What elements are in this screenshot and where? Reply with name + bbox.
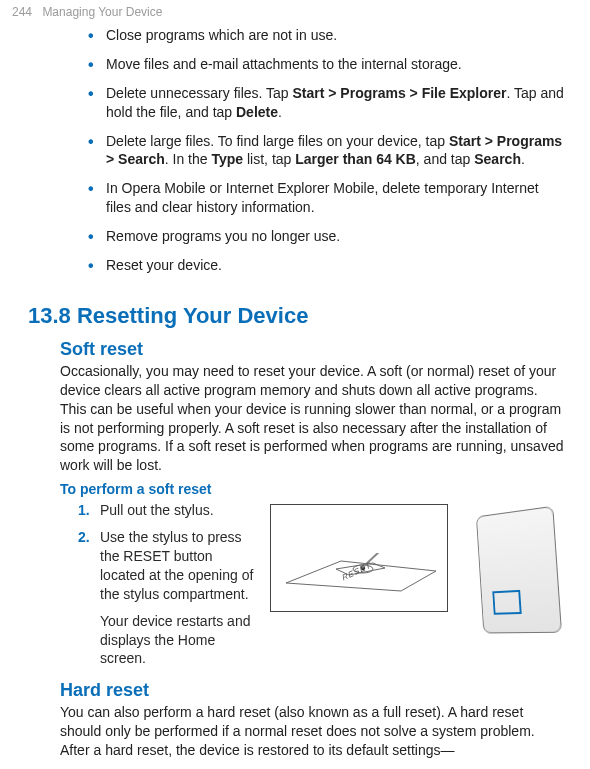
page-header: 244 Managing Your Device	[12, 5, 162, 19]
tips-list: Close programs which are not in use. Mov…	[88, 26, 566, 275]
step-note: Your device restarts and displays the Ho…	[78, 612, 260, 669]
device-outline-drawing	[476, 506, 562, 634]
reset-inset-detail: RESET	[270, 504, 448, 612]
tip-text: Move files and e-mail attachments to the…	[106, 56, 462, 72]
step-number: 1.	[78, 501, 90, 520]
tip-item: Reset your device.	[88, 256, 566, 275]
tip-item: Delete unnecessary files. Tap Start > Pr…	[88, 84, 566, 122]
ui-label-delete: Delete	[236, 104, 278, 120]
soft-reset-steps-row: 1. Pull out the stylus. 2. Use the stylu…	[60, 501, 566, 676]
hard-reset-heading: Hard reset	[60, 680, 566, 701]
chapter-title: Managing Your Device	[42, 5, 162, 19]
tip-text: Remove programs you no longer use.	[106, 228, 340, 244]
soft-reset-heading: Soft reset	[60, 339, 566, 360]
perform-soft-reset-heading: To perform a soft reset	[60, 481, 566, 497]
reset-illustration: RESET	[270, 501, 566, 641]
tip-text-part: .	[278, 104, 282, 120]
tip-text-part: , and tap	[416, 151, 474, 167]
page-number: 244	[12, 5, 32, 19]
soft-reset-paragraph: Occasionally, you may need to reset your…	[60, 362, 566, 475]
page-content: Close programs which are not in use. Mov…	[60, 26, 566, 766]
tip-text: Close programs which are not in use.	[106, 27, 337, 43]
ui-label-search: Search	[474, 151, 521, 167]
step-text: Use the stylus to press the RESET button…	[100, 529, 253, 602]
step-item: 1. Pull out the stylus.	[78, 501, 260, 520]
step-item: 2. Use the stylus to press the RESET but…	[78, 528, 260, 604]
tip-text-part: Delete unnecessary files. Tap	[106, 85, 293, 101]
soft-reset-steps-text: 1. Pull out the stylus. 2. Use the stylu…	[60, 501, 260, 676]
tip-text-part: Delete large files. To find large files …	[106, 133, 449, 149]
reset-highlight-box	[492, 590, 521, 615]
step-after-text: Your device restarts and displays the Ho…	[100, 613, 250, 667]
hard-reset-paragraph: You can also perform a hard reset (also …	[60, 703, 566, 760]
tip-item: Delete large files. To find large files …	[88, 132, 566, 170]
ui-label-type: Type	[211, 151, 243, 167]
step-text: Pull out the stylus.	[100, 502, 214, 518]
tip-item: Move files and e-mail attachments to the…	[88, 55, 566, 74]
ui-path: Start > Programs > File Explorer	[293, 85, 507, 101]
tip-item: Close programs which are not in use.	[88, 26, 566, 45]
numbered-steps: 1. Pull out the stylus. 2. Use the stylu…	[78, 501, 260, 668]
tip-text-part: .	[521, 151, 525, 167]
tip-text-part: list, tap	[243, 151, 295, 167]
step-number: 2.	[78, 528, 90, 547]
tip-text-part: . In the	[165, 151, 212, 167]
tip-item: Remove programs you no longer use.	[88, 227, 566, 246]
tip-text: Reset your device.	[106, 257, 222, 273]
section-heading: 13.8 Resetting Your Device	[28, 303, 566, 329]
tip-text: In Opera Mobile or Internet Explorer Mob…	[106, 180, 539, 215]
tip-item: In Opera Mobile or Internet Explorer Mob…	[88, 179, 566, 217]
ui-label-larger: Larger than 64 KB	[295, 151, 416, 167]
